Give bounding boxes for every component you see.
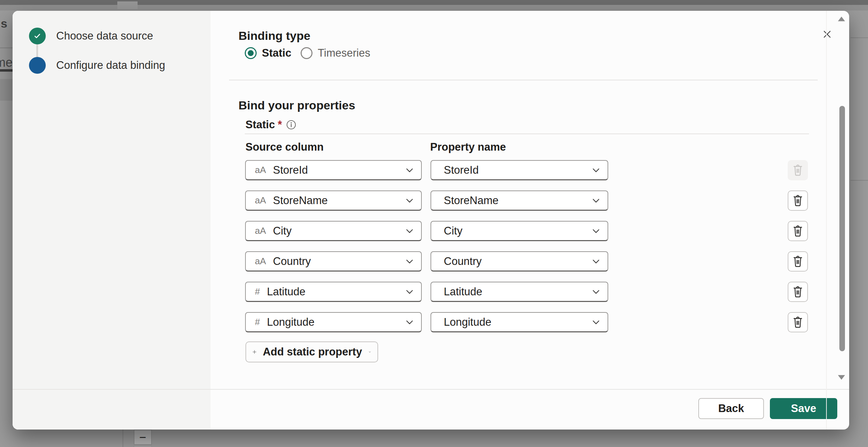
plus-icon [252,346,257,358]
add-static-property-button[interactable]: Add static property [245,341,378,362]
section-divider [229,80,818,80]
chevron-down-icon [591,256,601,267]
background-divider [123,430,123,447]
source-column-dropdown[interactable]: aACountry [245,251,422,272]
chevron-down-icon [404,195,415,206]
step-complete-indicator[interactable] [29,28,46,44]
footer-divider [13,389,849,390]
trash-icon [792,316,803,329]
property-binding-row: aACountryCountry [245,251,818,272]
background-divider [0,48,13,48]
radio-unselected-icon [301,47,312,59]
radio-selected-icon [245,47,257,59]
add-static-property-label: Add static property [263,346,362,358]
radio-label: Static [262,47,291,59]
property-binding-row: aAStoreIdStoreId [245,160,818,180]
source-column-dropdown[interactable]: aAStoreName [245,190,422,211]
radio-option-static[interactable]: Static [245,46,291,60]
zoom-out-button-background: − [134,430,152,445]
property-name-header: Property name [430,141,506,153]
source-column-header: Source column [245,141,324,153]
property-name-dropdown[interactable]: Latitude [431,282,608,302]
chevron-down-icon [404,226,415,236]
background-text-fragment: s [1,17,7,30]
delete-property-button[interactable] [788,160,808,180]
delete-property-button[interactable] [788,282,808,302]
property-name-dropdown[interactable]: City [431,221,608,241]
chevron-down-icon [404,165,415,175]
back-button[interactable]: Back [698,398,764,419]
property-name-dropdown[interactable]: StoreId [431,160,608,180]
background-button-fragment [134,446,152,447]
source-column-value: StoreName [273,194,401,207]
chevron-down-icon [404,256,415,267]
text-field-icon: aA [255,165,266,175]
text-field-icon: aA [255,225,266,236]
delete-property-button[interactable] [788,190,808,211]
property-binding-rows: aAStoreIdStoreIdaAStoreNameStoreNameaACi… [245,160,818,343]
trash-icon [792,225,803,237]
property-binding-row: aAStoreNameStoreName [245,190,818,211]
required-marker: * [278,118,282,131]
scrollbar-up-arrow[interactable] [837,16,846,22]
info-icon[interactable] [286,120,296,130]
chevron-down-icon [591,165,601,175]
delete-property-button[interactable] [788,312,808,332]
trash-icon [792,164,803,176]
background-tab-fragment: me [0,55,13,69]
property-binding-row: #LongitudeLongitude [245,312,818,332]
chevron-down-icon [404,287,415,297]
check-icon [32,31,42,41]
property-name-value: StoreName [444,194,587,207]
section-label-text: Static [245,118,275,131]
source-column-value: Latitude [267,286,401,298]
section-divider [245,134,809,134]
source-column-value: StoreId [273,164,401,176]
property-name-value: Longitude [444,316,587,329]
trash-icon [792,286,803,298]
scroll-area-edge [826,11,827,430]
background-divider [851,180,868,181]
source-column-dropdown[interactable]: aAStoreId [245,160,422,180]
source-column-value: City [273,225,401,237]
trash-icon [792,255,803,268]
background-tab-label: me [0,55,13,69]
source-column-dropdown[interactable]: #Latitude [245,282,422,302]
stepper-item-configure-data-binding[interactable]: Configure data binding [56,58,165,72]
stepper-item-choose-data-source[interactable]: Choose data source [56,29,153,43]
step-current-indicator[interactable] [29,57,46,74]
scrollbar-down-arrow[interactable] [837,374,846,381]
property-binding-row: aACityCity [245,221,818,241]
chevron-down-icon [591,317,601,327]
binding-type-heading: Binding type [238,29,310,43]
source-column-dropdown[interactable]: #Longitude [245,312,422,332]
property-name-value: City [444,225,587,237]
chevron-down-icon [591,226,601,236]
bind-properties-heading: Bind your properties [238,99,355,112]
property-name-value: Latitude [444,286,587,298]
chevron-down-icon [591,195,601,206]
scrollbar-thumb[interactable] [839,106,845,351]
background-tab-indicator [0,69,13,72]
number-field-icon: # [255,317,260,327]
property-name-dropdown[interactable]: Country [431,251,608,272]
chevron-down-icon [404,317,415,327]
radio-option-timeseries[interactable]: Timeseries [301,46,370,60]
delete-property-button[interactable] [788,221,808,241]
delete-property-button[interactable] [788,251,808,272]
background-toolbar-button [117,1,138,9]
source-column-value: Longitude [267,316,401,329]
save-button[interactable]: Save [770,398,837,419]
wizard-stepper-sidebar: Choose data source Configure data bindin… [13,11,211,430]
close-button[interactable] [821,28,833,40]
background-divider [851,37,868,38]
property-name-dropdown[interactable]: StoreName [431,190,608,211]
close-icon [822,29,832,39]
property-name-value: Country [444,255,587,268]
property-name-dropdown[interactable]: Longitude [431,312,608,332]
source-column-dropdown[interactable]: aACity [245,221,422,241]
text-field-icon: aA [255,195,266,206]
source-column-value: Country [273,255,401,268]
text-field-icon: aA [255,256,266,267]
background-table-row-fragment [0,79,13,101]
